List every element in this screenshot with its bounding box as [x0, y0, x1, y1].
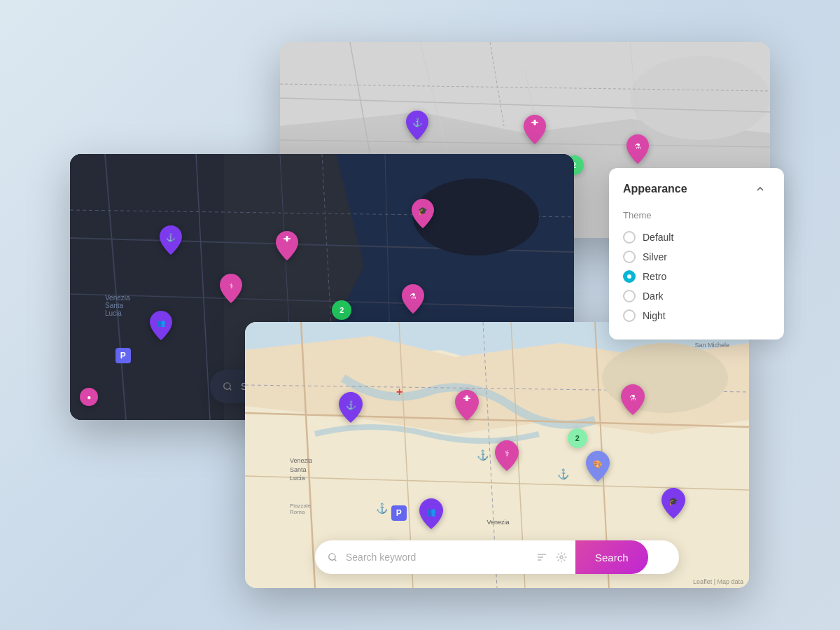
- svg-text:⚕: ⚕: [505, 449, 510, 458]
- svg-text:⚗: ⚗: [410, 292, 416, 300]
- theme-label-night: Night: [643, 310, 666, 321]
- attribution-retro: Leaflet | Map data: [693, 578, 743, 585]
- map-card-retro: VeneziaSantaLucia PiazzaleRoma San Miche…: [245, 322, 749, 588]
- anchor-3: ⚓: [557, 468, 569, 479]
- radio-silver: [623, 251, 636, 263]
- pin-hospital-dark: [275, 231, 299, 260]
- svg-point-60: [560, 556, 563, 559]
- pin-palette-retro: 🎨: [585, 451, 610, 482]
- theme-label-default: Default: [643, 232, 673, 243]
- pin-group-retro: 👥: [419, 498, 444, 529]
- theme-label-silver: Silver: [643, 251, 667, 262]
- theme-label-retro: Retro: [643, 271, 666, 282]
- svg-text:🎨: 🎨: [593, 459, 603, 469]
- search-bar-retro[interactable]: Search: [315, 540, 679, 574]
- pin-hospital-retro: [454, 390, 479, 421]
- panel-header: Appearance: [623, 179, 770, 199]
- appearance-panel: Appearance Theme Default Silver Retro Da…: [609, 168, 784, 340]
- cross-map-retro: +: [396, 386, 402, 398]
- svg-point-58: [329, 554, 335, 560]
- pin-flask-grey: ⚗: [626, 134, 650, 164]
- pin-hospital-grey: [523, 115, 547, 144]
- anchor-1: ⚓: [376, 503, 388, 514]
- svg-rect-52: [465, 396, 468, 401]
- svg-line-59: [335, 559, 337, 561]
- cluster-retro-1: 2: [568, 428, 587, 448]
- theme-option-night[interactable]: Night: [623, 306, 770, 326]
- pin-grad-dark: 🎓: [411, 199, 435, 228]
- svg-text:⚓: ⚓: [166, 232, 176, 242]
- svg-rect-19: [70, 154, 224, 420]
- svg-rect-13: [534, 120, 536, 125]
- search-extra-icons: [528, 552, 575, 563]
- pin-group-dark: 👥: [149, 311, 173, 340]
- pin-mortar-dark: ⚕: [219, 274, 243, 303]
- theme-option-retro[interactable]: Retro: [623, 267, 770, 286]
- theme-options: Default Silver Retro Dark Night: [623, 227, 770, 326]
- svg-rect-31: [286, 236, 288, 241]
- theme-option-silver[interactable]: Silver: [623, 247, 770, 267]
- radio-default: [623, 231, 636, 244]
- svg-text:⚓: ⚓: [412, 117, 423, 127]
- panel-toggle-button[interactable]: [750, 179, 770, 199]
- svg-text:👥: 👥: [426, 507, 436, 517]
- panel-title: Appearance: [623, 183, 687, 195]
- theme-label: Theme: [623, 210, 770, 220]
- radio-dark: [623, 290, 636, 302]
- pin-flask-retro: ⚗: [620, 384, 645, 415]
- svg-text:⚗: ⚗: [634, 142, 641, 150]
- anchor-2: ⚓: [477, 449, 489, 461]
- svg-text:👥: 👥: [157, 318, 166, 328]
- search-input-retro[interactable]: [346, 552, 528, 563]
- radio-night: [623, 309, 636, 322]
- svg-text:⚓: ⚓: [346, 400, 356, 410]
- pin-mortar-retro: ⚕: [494, 440, 519, 471]
- pin-ship-retro: ⚓: [338, 392, 363, 423]
- svg-text:⚕: ⚕: [230, 282, 233, 290]
- svg-text:🎓: 🎓: [668, 496, 678, 506]
- search-button-retro[interactable]: Search: [575, 540, 648, 574]
- svg-point-36: [224, 383, 230, 389]
- parking-marker-dark: P: [115, 348, 131, 363]
- radio-retro: [623, 270, 636, 283]
- pin-ship-grey: ⚓: [405, 111, 429, 140]
- pin-ship-dark: ⚓: [159, 225, 183, 255]
- svg-point-3: [630, 56, 770, 140]
- theme-label-dark: Dark: [643, 290, 664, 302]
- search-icon-dark: [210, 382, 241, 391]
- pin-flask-dark: ⚗: [401, 284, 425, 314]
- parking-marker-retro: P: [391, 505, 407, 521]
- scene: ⚓ ⚗ 2: [70, 42, 770, 588]
- theme-option-default[interactable]: Default: [623, 227, 770, 247]
- pin-grad-retro: 🎓: [661, 488, 686, 519]
- search-icon-retro: [315, 552, 346, 562]
- theme-option-dark[interactable]: Dark: [623, 286, 770, 306]
- svg-line-37: [230, 388, 232, 391]
- svg-text:⚗: ⚗: [629, 393, 636, 402]
- svg-text:🎓: 🎓: [418, 206, 428, 216]
